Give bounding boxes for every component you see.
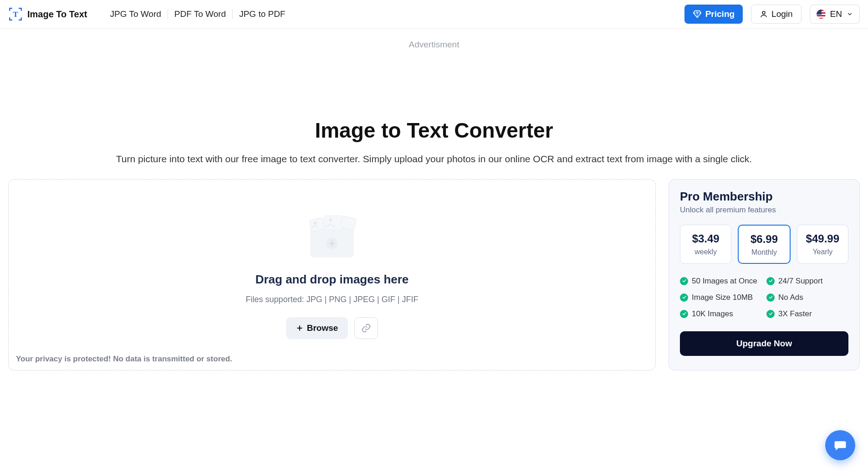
plan-price: $49.99 <box>800 232 845 245</box>
feature-item: Image Size 10MB <box>680 293 762 302</box>
feature-item: 24/7 Support <box>766 277 848 286</box>
privacy-note: Your privacy is protected! No data is tr… <box>16 355 232 364</box>
feature-label: 10K Images <box>692 309 733 319</box>
nav-jpg-to-pdf[interactable]: JPG to PDF <box>233 9 291 19</box>
svg-text:T: T <box>13 10 18 19</box>
header-right: Pricing Login EN <box>684 5 860 24</box>
svg-point-8 <box>329 218 332 221</box>
feature-label: 3X Faster <box>778 309 812 319</box>
pro-subtitle: Unlock all premium features <box>680 206 848 215</box>
logo-icon: T <box>8 7 23 21</box>
page-subtitle: Turn picture into text with our free ima… <box>9 152 859 166</box>
diamond-icon <box>693 10 702 19</box>
plan-price: $6.99 <box>741 233 786 246</box>
logo-text: Image To Text <box>27 9 87 20</box>
pro-title: Pro Membership <box>680 190 848 204</box>
pricing-button[interactable]: Pricing <box>684 5 743 24</box>
flag-icon <box>817 10 826 19</box>
user-icon <box>760 10 768 18</box>
upload-dropzone[interactable]: Drag and drop images here Files supporte… <box>8 179 656 370</box>
url-button[interactable] <box>354 317 378 339</box>
language-label: EN <box>830 9 842 19</box>
nav-pdf-to-word[interactable]: PDF To Word <box>168 9 232 19</box>
dropzone-actions: Browse <box>286 317 378 339</box>
login-label: Login <box>771 9 793 19</box>
feature-item: 3X Faster <box>766 309 848 319</box>
browse-label: Browse <box>307 323 338 333</box>
feature-item: No Ads <box>766 293 848 302</box>
nav-jpg-to-word[interactable]: JPG To Word <box>104 9 168 19</box>
link-icon <box>361 323 371 333</box>
pricing-plans: $3.49 weekly $6.99 Monthly $49.99 Yearly <box>680 225 848 264</box>
feature-label: No Ads <box>778 293 803 302</box>
advertisement-label: Advertisment <box>0 40 868 50</box>
feature-label: 24/7 Support <box>778 277 822 286</box>
check-icon <box>766 310 775 318</box>
hero: Image to Text Converter Turn picture int… <box>0 118 868 166</box>
plan-weekly[interactable]: $3.49 weekly <box>680 225 731 264</box>
plus-icon <box>296 324 303 332</box>
header-left: T Image To Text JPG To Word PDF To Word … <box>8 7 292 21</box>
feature-label: Image Size 10MB <box>692 293 753 302</box>
upload-illustration-icon <box>296 205 368 264</box>
chevron-down-icon <box>847 11 853 17</box>
plan-period: Yearly <box>800 248 845 256</box>
svg-point-7 <box>314 221 317 224</box>
plan-price: $3.49 <box>683 232 728 245</box>
page-title: Image to Text Converter <box>9 118 859 143</box>
login-button[interactable]: Login <box>751 5 802 24</box>
content-row: Drag and drop images here Files supporte… <box>0 166 868 370</box>
browse-button[interactable]: Browse <box>286 317 348 339</box>
plan-period: weekly <box>683 248 728 256</box>
check-icon <box>680 310 688 318</box>
feature-label: 50 Images at Once <box>692 277 757 286</box>
check-icon <box>680 293 688 302</box>
upgrade-button[interactable]: Upgrade Now <box>680 331 848 356</box>
check-icon <box>766 277 775 285</box>
pro-features: 50 Images at Once 24/7 Support Image Siz… <box>680 277 848 319</box>
plan-yearly[interactable]: $49.99 Yearly <box>797 225 848 264</box>
plan-period: Monthly <box>741 248 786 257</box>
plan-monthly[interactable]: $6.99 Monthly <box>738 225 790 264</box>
pricing-label: Pricing <box>705 9 735 19</box>
dropzone-title: Drag and drop images here <box>255 272 409 287</box>
svg-point-1 <box>762 11 765 14</box>
pro-membership-card: Pro Membership Unlock all premium featur… <box>669 179 860 370</box>
svg-rect-4 <box>324 216 343 230</box>
nav-links: JPG To Word PDF To Word JPG to PDF <box>104 9 292 19</box>
logo[interactable]: T Image To Text <box>8 7 87 21</box>
check-icon <box>766 293 775 302</box>
feature-item: 50 Images at Once <box>680 277 762 286</box>
dropzone-subtitle: Files supported: JPG | PNG | JPEG | GIF … <box>246 295 419 304</box>
header: T Image To Text JPG To Word PDF To Word … <box>0 0 868 29</box>
check-icon <box>680 277 688 285</box>
language-button[interactable]: EN <box>810 5 860 24</box>
feature-item: 10K Images <box>680 309 762 319</box>
